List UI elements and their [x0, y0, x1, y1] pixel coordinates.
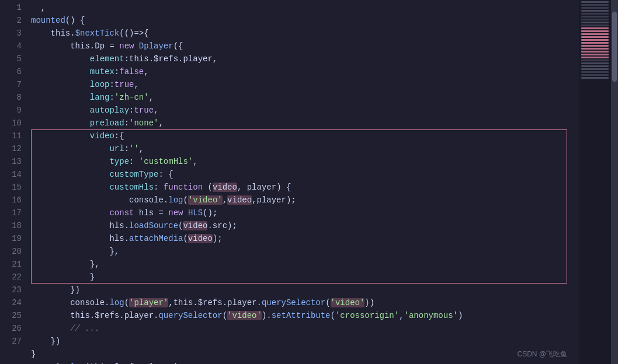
code-line: console.log('video',video,player);	[26, 194, 579, 206]
code-line: url:'',	[26, 142, 579, 155]
code-line: ,	[26, 1, 579, 14]
code-line: autoplay:true,	[26, 104, 579, 117]
code-line: this.$nextTick(()=>{	[26, 27, 579, 40]
minimap[interactable]	[579, 0, 611, 364]
code-line: console.log(this.$refs.player);	[26, 360, 579, 364]
code-line: const hls = new HLS();	[26, 206, 579, 219]
code-line: loop:true,	[26, 78, 579, 91]
minimap-lines	[579, 0, 611, 81]
code-area[interactable]: , mounted() { this.$nextTick(()=>{ this.…	[26, 0, 579, 364]
code-line: hls.loadSource(video.src);	[26, 219, 579, 232]
code-line: },	[26, 258, 579, 271]
code-line: customType: {	[26, 168, 579, 181]
brand-label: CSDN @飞吃鱼	[517, 349, 567, 359]
scrollbar-thumb[interactable]	[612, 12, 617, 82]
editor-container: 1 2 3 4 5 6 7 8 9 10 11 12 13 14 15 16 1…	[0, 0, 618, 364]
line-numbers: 1 2 3 4 5 6 7 8 9 10 11 12 13 14 15 16 1…	[0, 0, 26, 364]
code-line: console.log('player',this.$refs.player.q…	[26, 296, 579, 309]
code-line: video:{	[26, 130, 579, 142]
code-line: // ...	[26, 322, 579, 335]
code-line: type: 'customHls',	[26, 155, 579, 168]
highlighted-block: video:{ url:'', type: 'customHls', custo…	[26, 130, 579, 284]
code-line: this.Dp = new Dplayer({	[26, 40, 579, 52]
code-line: hls.attachMedia(video);	[26, 232, 579, 245]
code-line: customHls: function (video, player) {	[26, 181, 579, 194]
scrollbar[interactable]	[611, 0, 618, 364]
code-line: }	[26, 348, 579, 360]
code-line: mutex:false,	[26, 65, 579, 78]
code-line: },	[26, 245, 579, 258]
code-line: })	[26, 335, 579, 348]
code-line: }	[26, 271, 579, 284]
code-line: this.$refs.player.querySelector('video')…	[26, 309, 579, 322]
code-line: preload:'none',	[26, 117, 579, 130]
code-line: })	[26, 284, 579, 296]
code-line: mounted() {	[26, 14, 579, 27]
code-line: element:this.$refs.player,	[26, 52, 579, 65]
code-line: lang:'zh-cn',	[26, 91, 579, 104]
